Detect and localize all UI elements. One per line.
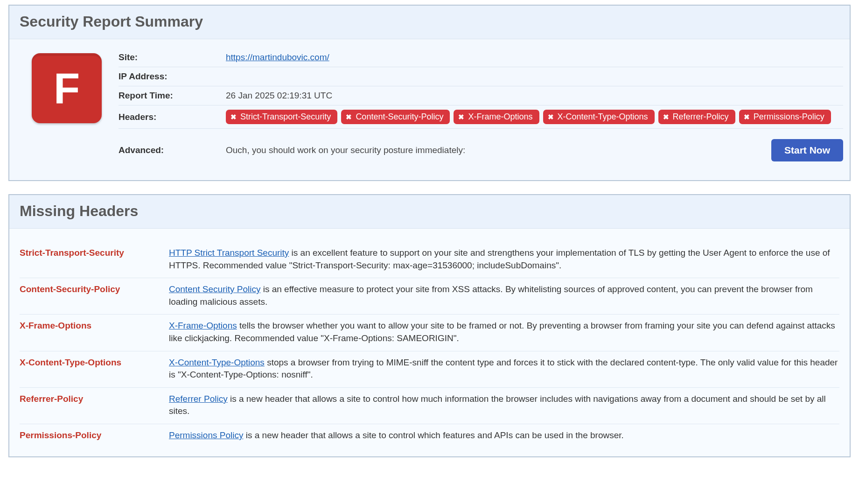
summary-header: Security Report Summary [9,6,850,39]
missing-header-desc-text: tells the browser whether you want to al… [169,321,835,343]
summary-title: Security Report Summary [20,13,839,30]
advanced-label: Advanced: [119,145,226,155]
row-time: Report Time: 26 Jan 2025 02:19:31 UTC [119,86,843,105]
missing-header-desc: HTTP Strict Transport Security is an exc… [169,247,839,272]
row-ip: IP Address: [119,67,843,86]
row-site: Site: https://martindubovic.com/ [119,52,843,67]
missing-row: Content-Security-PolicyContent Security … [20,278,839,315]
missing-header-link[interactable]: Content Security Policy [169,284,260,294]
header-pill-label: Referrer-Policy [673,112,729,122]
missing-header: Missing Headers [9,195,850,228]
header-pill-label: Permissions-Policy [754,112,824,122]
x-icon: ✖ [548,113,554,120]
missing-header-link[interactable]: X-Content-Type-Options [169,357,265,367]
missing-panel: Missing Headers Strict-Transport-Securit… [8,194,851,457]
x-icon: ✖ [346,113,352,120]
header-pill-label: X-Content-Type-Options [558,112,648,122]
missing-row: Referrer-PolicyReferrer Policy is a new … [20,388,839,424]
header-pill[interactable]: ✖Strict-Transport-Security [226,110,337,124]
x-icon: ✖ [744,113,750,120]
missing-header-desc-text: is a new header that allows a site to co… [243,430,623,440]
x-icon: ✖ [663,113,669,120]
time-value: 26 Jan 2025 02:19:31 UTC [226,91,843,101]
grade-letter: F [54,64,80,113]
missing-row: X-Frame-OptionsX-Frame-Options tells the… [20,315,839,351]
missing-header-link[interactable]: X-Frame-Options [169,321,237,330]
missing-header-link[interactable]: Referrer Policy [169,394,228,404]
missing-row: Permissions-PolicyPermissions Policy is … [20,424,839,448]
header-pill[interactable]: ✖Referrer-Policy [658,110,735,124]
header-pills: ✖Strict-Transport-Security✖Content-Secur… [226,110,843,124]
missing-header-name: Strict-Transport-Security [20,247,155,258]
site-label: Site: [119,52,226,63]
missing-header-name: Referrer-Policy [20,393,155,404]
headers-label: Headers: [119,112,226,122]
summary-body: F Site: https://martindubovic.com/ IP Ad… [9,39,850,180]
missing-header-desc: Permissions Policy is a new header that … [169,429,839,442]
grade-badge: F [32,53,102,123]
site-link[interactable]: https://martindubovic.com/ [226,52,329,62]
header-pill-label: X-Frame-Options [468,112,532,122]
row-headers: Headers: ✖Strict-Transport-Security✖Cont… [119,105,843,129]
x-icon: ✖ [458,113,464,120]
x-icon: ✖ [230,113,237,120]
missing-header-desc: X-Content-Type-Options stops a browser f… [169,357,839,381]
missing-row: X-Content-Type-OptionsX-Content-Type-Opt… [20,351,839,388]
missing-header-desc: Referrer Policy is a new header that all… [169,393,839,418]
missing-title: Missing Headers [20,203,839,220]
header-pill[interactable]: ✖X-Content-Type-Options [543,110,655,124]
start-now-button[interactable]: Start Now [771,139,843,161]
row-advanced: Advanced: Ouch, you should work on your … [119,129,843,161]
missing-header-desc: Content Security Policy is an effective … [169,283,839,308]
missing-header-desc-text: is a new header that allows a site to co… [169,394,826,416]
header-pill[interactable]: ✖X-Frame-Options [454,110,539,124]
header-pill-label: Content-Security-Policy [356,112,443,122]
time-label: Report Time: [119,91,226,101]
missing-row: Strict-Transport-SecurityHTTP Strict Tra… [20,242,839,278]
missing-header-desc-text: is an effective measure to protect your … [169,284,813,307]
missing-header-name: X-Content-Type-Options [20,357,155,368]
header-pill-label: Strict-Transport-Security [240,112,331,122]
header-pill[interactable]: ✖Permissions-Policy [739,110,831,124]
missing-body: Strict-Transport-SecurityHTTP Strict Tra… [9,228,850,456]
missing-header-desc-text: stops a browser from trying to MIME-snif… [169,357,838,380]
header-pill[interactable]: ✖Content-Security-Policy [341,110,450,124]
summary-table: Site: https://martindubovic.com/ IP Addr… [119,52,843,161]
missing-header-link[interactable]: HTTP Strict Transport Security [169,248,289,258]
missing-header-name: Content-Security-Policy [20,283,155,294]
missing-header-name: Permissions-Policy [20,429,155,441]
summary-panel: Security Report Summary F Site: https://… [8,5,851,181]
advanced-message: Ouch, you should work on your security p… [226,145,465,155]
missing-header-name: X-Frame-Options [20,320,155,331]
missing-header-link[interactable]: Permissions Policy [169,430,243,440]
missing-header-desc: X-Frame-Options tells the browser whethe… [169,320,839,344]
ip-label: IP Address: [119,71,226,82]
